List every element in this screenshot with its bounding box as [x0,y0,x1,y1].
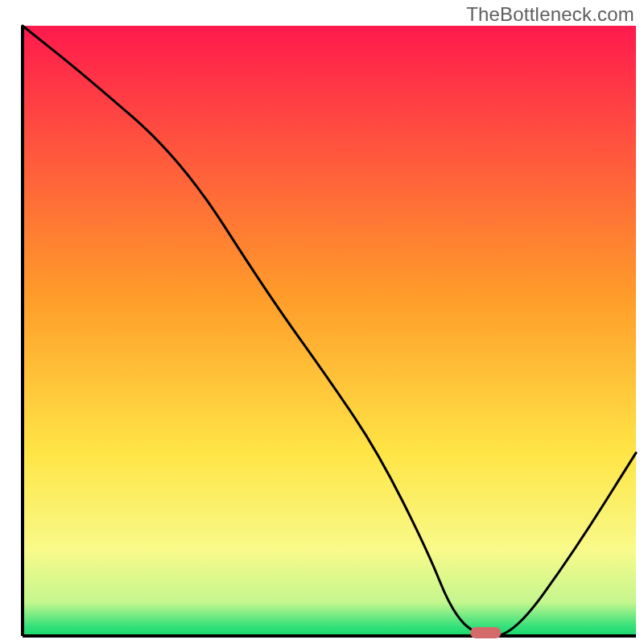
svg-rect-0 [23,26,636,636]
bottleneck-chart [0,0,644,644]
svg-rect-3 [470,627,501,638]
